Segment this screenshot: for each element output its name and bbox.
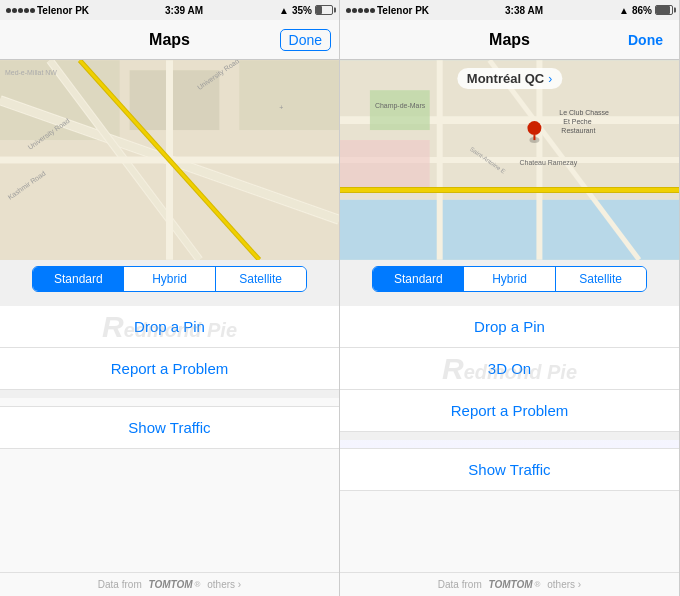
battery-right (655, 5, 673, 15)
svg-text:Chateau Ramezay: Chateau Ramezay (519, 159, 577, 167)
done-button-right[interactable]: Done (620, 30, 671, 50)
footer-left: Data from TOMTOM ® others › (0, 572, 339, 596)
gap-1-left (0, 298, 339, 306)
show-traffic-right[interactable]: Show Traffic (340, 448, 679, 491)
time-right: 3:38 AM (505, 5, 543, 16)
svg-point-36 (527, 121, 541, 135)
battery-pct-left: 35% (292, 5, 312, 16)
segment-standard-right[interactable]: Standard (373, 267, 464, 291)
gap-1-right (340, 298, 679, 306)
report-problem-left[interactable]: Report a Problem (0, 348, 339, 390)
svg-text:Champ-de-Mars: Champ-de-Mars (375, 102, 426, 110)
svg-text:Restaurant: Restaurant (561, 127, 595, 134)
spacer-right (340, 491, 679, 572)
location-arrow-left: ▲ (279, 5, 289, 16)
battery-left (315, 5, 333, 15)
segment-group-left: Standard Hybrid Satellite (32, 266, 307, 292)
carrier-left: Telenor PK (37, 5, 89, 16)
right-panel: Telenor PK 3:38 AM ▲ 86% Maps Done (340, 0, 680, 596)
location-label[interactable]: Montréal QC › (457, 68, 562, 89)
nav-bar-right: Maps Done (340, 20, 679, 60)
svg-rect-25 (370, 90, 430, 130)
status-bar-right: Telenor PK 3:38 AM ▲ 86% (340, 0, 679, 20)
signal-dots-right (346, 8, 375, 13)
spacer-left (0, 449, 339, 572)
gap-2-left (0, 390, 339, 398)
carrier-right: Telenor PK (377, 5, 429, 16)
svg-text:Med-e-Millat NW: Med-e-Millat NW (5, 69, 57, 76)
tomtom-brand-left: TOMTOM (149, 579, 193, 590)
menu-list-right: Drop a Pin 3D On Redmond Pie Report a Pr… (340, 298, 679, 596)
segment-standard-left[interactable]: Standard (33, 267, 124, 291)
location-text: Montréal QC (467, 71, 544, 86)
drop-pin-right[interactable]: Drop a Pin (340, 306, 679, 348)
gap-2-right (340, 432, 679, 440)
svg-rect-26 (340, 140, 430, 190)
status-bar-left: Telenor PK 3:39 AM ▲ 35% (0, 0, 339, 20)
menu-list-left: Drop a Pin Redmond Pie Report a Problem … (0, 298, 339, 596)
3d-on-right[interactable]: 3D On (340, 348, 679, 390)
battery-pct-right: 86% (632, 5, 652, 16)
drop-pin-left[interactable]: Drop a Pin (0, 306, 339, 348)
nav-title-left: Maps (149, 31, 190, 49)
signal-dots-left (6, 8, 35, 13)
location-arrow-right: ▲ (619, 5, 629, 16)
svg-text:Et Peche: Et Peche (563, 118, 591, 125)
segment-satellite-left[interactable]: Satellite (216, 267, 306, 291)
segment-control-right: Standard Hybrid Satellite (340, 260, 679, 298)
report-problem-right[interactable]: Report a Problem (340, 390, 679, 432)
location-chevron: › (548, 72, 552, 86)
tomtom-brand-right: TOMTOM (489, 579, 533, 590)
segment-satellite-right[interactable]: Satellite (556, 267, 646, 291)
segment-group-right: Standard Hybrid Satellite (372, 266, 647, 292)
reg-mark-right: ® (535, 580, 541, 589)
nav-bar-left: Maps Done (0, 20, 339, 60)
map-area-right[interactable]: Champ-de-Mars Le Club Chasse Et Peche Re… (340, 60, 679, 260)
svg-rect-3 (239, 60, 339, 130)
footer-right: Data from TOMTOM ® others › (340, 572, 679, 596)
segment-hybrid-right[interactable]: Hybrid (464, 267, 555, 291)
nav-title-right: Maps (489, 31, 530, 49)
svg-rect-19 (340, 200, 679, 260)
show-traffic-left[interactable]: Show Traffic (0, 406, 339, 449)
left-panel: Telenor PK 3:39 AM ▲ 35% Maps Done (0, 0, 340, 596)
map-area-left[interactable]: University Road Kashmir Road University … (0, 60, 339, 260)
reg-mark-left: ® (195, 580, 201, 589)
done-button-left[interactable]: Done (280, 29, 331, 51)
segment-hybrid-left[interactable]: Hybrid (124, 267, 215, 291)
svg-text:+: + (279, 104, 283, 111)
svg-text:Le Club Chasse: Le Club Chasse (559, 109, 609, 116)
segment-control-left: Standard Hybrid Satellite (0, 260, 339, 298)
time-left: 3:39 AM (165, 5, 203, 16)
